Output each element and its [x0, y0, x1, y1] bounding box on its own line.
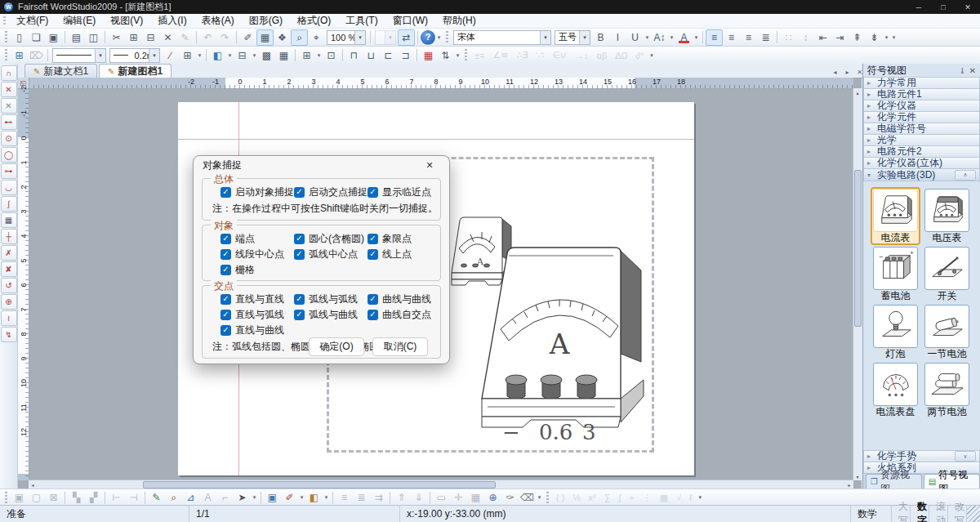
dialog-title-bar[interactable]: 对象捕捉 ✕ — [194, 156, 449, 174]
toolbar-overflow-icon[interactable]: ▾ — [648, 48, 656, 63]
symbol-element-union-button[interactable]: ∈∪ — [548, 48, 571, 63]
ungroup-objects-button[interactable]: ▢ — [28, 489, 45, 506]
menu-item-7[interactable]: 工具(T) — [338, 14, 385, 28]
formula-radical-button[interactable]: √ — [672, 490, 685, 505]
cut-button[interactable]: ✂ — [108, 29, 125, 46]
align-left-button[interactable]: ≡ — [706, 29, 723, 46]
align-right-button[interactable]: ≡ — [740, 29, 757, 46]
minimize-button[interactable]: ─ — [906, 0, 931, 14]
sidebar-category-5[interactable]: ▸光学 — [863, 134, 980, 145]
dropdown-arrow-icon[interactable]: ▾ — [298, 490, 305, 505]
symbol-two-batteries-tile[interactable]: 两节电池 — [922, 361, 972, 419]
checkbox-checked-icon[interactable]: ✓ — [368, 249, 378, 260]
split-table-button[interactable]: ⊡ — [323, 47, 340, 64]
checkbox-item[interactable]: ✓弧线与曲线 — [294, 308, 368, 321]
draw-line-button[interactable]: ∕ — [162, 47, 179, 64]
symbol-one-battery-tile[interactable]: 一节电池 — [922, 303, 972, 361]
formula-script-button[interactable]: x² — [585, 490, 600, 505]
checkbox-item[interactable]: ✓线段中心点 — [220, 248, 294, 261]
copy-button[interactable]: ⊞ — [125, 29, 142, 46]
symbol-arrows-button[interactable]: →↓ — [571, 48, 593, 63]
status-input-mode[interactable]: 数学 — [851, 506, 892, 522]
dropdown-arrow-icon[interactable]: ▾ — [323, 490, 330, 505]
snap-quadrant-button[interactable]: ◯ — [1, 147, 17, 163]
undo-button[interactable]: ↶ — [199, 29, 216, 46]
checkbox-item[interactable]: ✓圆心(含椭圆) — [294, 232, 368, 245]
sidebar-category-4[interactable]: ▸电磁学符号 — [863, 123, 980, 134]
menu-item-5[interactable]: 图形(G) — [242, 14, 290, 28]
insert-image-button[interactable]: ▣ — [264, 489, 281, 506]
menu-item-0[interactable]: 文档(F) — [9, 14, 56, 28]
status-toggle-1[interactable]: 数字 — [911, 506, 929, 522]
edit-points-button[interactable]: ✎ — [148, 489, 165, 506]
resource-view-tab[interactable]: ❒ 资源视图 — [866, 474, 922, 489]
checkbox-checked-icon[interactable]: ✓ — [368, 294, 378, 305]
checkbox-checked-icon[interactable]: ✓ — [220, 294, 231, 305]
combo-arrow-icon[interactable]: ▾ — [149, 49, 159, 62]
snap-endpoint-button[interactable]: ⊷ — [1, 114, 17, 130]
sidebar-category-1[interactable]: ▸电路元件1 — [863, 88, 980, 100]
checkbox-checked-icon[interactable]: ✓ — [368, 234, 378, 244]
insert-row-below-button[interactable]: ⊔ — [363, 47, 380, 64]
snap-line-line-button[interactable]: ✗ — [1, 245, 17, 261]
toolbar-overflow-icon[interactable]: ▾ — [454, 48, 461, 63]
combo-arrow-icon[interactable]: ▾ — [385, 31, 395, 44]
formula-matrix-button[interactable]: ▦ — [656, 490, 672, 505]
symbol-greek-alpha-beta-button[interactable]: αβ — [593, 48, 612, 63]
checkbox-checked-icon[interactable]: ✓ — [368, 310, 378, 320]
combo-arrow-icon[interactable]: ▾ — [354, 31, 365, 44]
snap-grid-button[interactable]: ▦ — [275, 47, 292, 64]
formula-align-button[interactable]: ⋮ — [639, 490, 656, 505]
symbol-angle-congruent-button[interactable]: ∠≌ — [488, 48, 512, 63]
align-nodes-right-button[interactable]: ⊣ — [125, 489, 142, 506]
dropdown-arrow-icon[interactable]: ▾ — [226, 48, 234, 63]
print-button[interactable]: ▤ — [68, 29, 85, 46]
combo-arrow-icon[interactable]: ▾ — [579, 31, 590, 44]
pin-icon[interactable]: ⊸ — [958, 67, 967, 74]
quick-style-combo[interactable]: ▾ — [375, 30, 396, 45]
symbol-plus-minus-button[interactable]: ±= — [470, 48, 488, 63]
snap-arc-midpoint-button[interactable]: ◡ — [1, 180, 17, 195]
dropdown-arrow-icon[interactable]: ▾ — [251, 48, 258, 63]
symbols-scroll-down-button[interactable]: ∨ — [955, 451, 976, 462]
paragraph-lower-button[interactable]: ⇟ — [866, 29, 883, 46]
menu-item-1[interactable]: 编辑(E) — [56, 14, 103, 28]
dropdown-arrow-icon[interactable]: ▾ — [315, 48, 323, 63]
snap-nearest-button[interactable]: ┼ — [1, 229, 17, 244]
checkbox-item[interactable]: ✓启动交点捕捉 — [294, 185, 368, 199]
checkbox-item[interactable]: ✓线上点 — [368, 248, 440, 261]
toolbar-overflow-icon[interactable]: ▾ — [890, 30, 898, 45]
tab-document-1[interactable]: ✎ 新建文档1 — [24, 64, 97, 78]
format-painter-button[interactable]: ✎ — [176, 29, 194, 46]
formula-style-button[interactable]: ℓ — [685, 490, 697, 505]
checkbox-item[interactable]: ✓象限点 — [368, 232, 440, 245]
ammeter-drawing[interactable]: A − 0.6 3 — [478, 241, 645, 445]
insert-table-button[interactable]: ⊞ — [298, 47, 315, 64]
font-size-combo[interactable]: 五号▾ — [555, 30, 590, 45]
checkbox-item[interactable]: ✓曲线自交点 — [368, 308, 440, 321]
toolbar-overflow-icon[interactable]: ▾ — [536, 490, 543, 505]
snap-arc-arc-button[interactable]: ↺ — [1, 278, 17, 293]
insert-col-left-button[interactable]: ⊏ — [380, 47, 397, 64]
dropdown-arrow-icon[interactable]: ▾ — [668, 30, 675, 45]
checkbox-item[interactable]: ✓栅格 — [220, 263, 294, 276]
highlight-grid-button[interactable]: ▦ — [420, 47, 437, 64]
measure-tool-button[interactable]: ⊿ — [182, 489, 199, 506]
checkbox-checked-icon[interactable]: ✓ — [220, 265, 231, 275]
toolbar-overflow-icon[interactable]: ▾ — [697, 490, 704, 505]
underline-button[interactable]: U — [626, 29, 644, 46]
menu-item-2[interactable]: 视图(V) — [103, 14, 150, 28]
checkbox-item[interactable]: ✓直线与弧线 — [220, 308, 294, 321]
menu-item-8[interactable]: 窗口(W) — [385, 14, 435, 28]
print-preview-button[interactable]: ◫ — [85, 29, 102, 46]
font-family-combo[interactable]: 宋体▾ — [453, 30, 551, 45]
frame-tool-button[interactable]: ▦ — [467, 489, 484, 506]
view-gridlines-button[interactable]: ▩ — [258, 47, 275, 64]
open-document-button[interactable]: ❏ — [28, 29, 45, 46]
sidebar-category-7[interactable]: ▸化学仪器(立体) — [863, 157, 980, 168]
symbol-bulb-tile[interactable]: 灯泡 — [871, 303, 920, 361]
align-horizontal-lines-button[interactable]: ≡ — [336, 489, 353, 506]
checkbox-item[interactable]: ✓启动对象捕捉 — [220, 185, 294, 199]
symbol-meter-dial-tile[interactable]: 电流表盘 — [871, 361, 920, 419]
menu-item-4[interactable]: 表格(A) — [194, 14, 242, 28]
